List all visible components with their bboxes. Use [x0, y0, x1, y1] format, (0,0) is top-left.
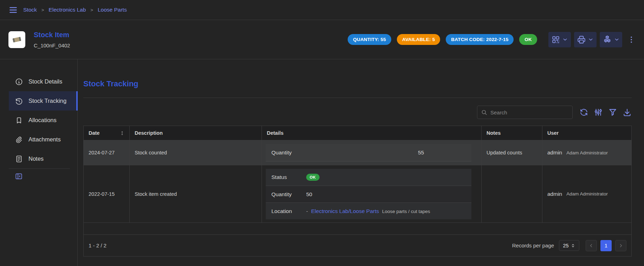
breadcrumb-link-loose-parts[interactable]: Loose Parts [98, 7, 127, 13]
printer-icon [577, 35, 586, 44]
paperclip-icon [15, 135, 23, 144]
chevron-down-icon [562, 36, 568, 42]
detail-value: 55 [418, 149, 424, 156]
bookmark-icon [15, 116, 23, 125]
sidebar-item-label: Stock Details [28, 78, 62, 85]
menu-icon[interactable] [8, 5, 18, 15]
qrcode-icon [551, 35, 560, 44]
batch-code-badge: BATCH CODE: 2022-7-15 [446, 34, 514, 45]
sidebar-item-label: Stock Tracking [28, 98, 66, 104]
page-header: Stock Item C_100nF_0402 QUANTITY: 55 AVA… [0, 20, 644, 59]
user-fullname: Adam Administrator [566, 150, 608, 155]
stock-item-thumbnail[interactable] [8, 31, 25, 48]
chevron-right-icon [618, 243, 624, 248]
sidebar-collapse-icon[interactable] [15, 172, 23, 180]
detail-label: Quantity [266, 149, 292, 156]
records-per-page-label: Records per page [512, 242, 554, 248]
download-icon[interactable] [623, 108, 632, 117]
page-title: Stock Item [34, 31, 70, 39]
pagination: 1 [586, 240, 626, 251]
date-cell: 2022-07-15 [84, 165, 130, 222]
notes-cell [482, 165, 542, 222]
breadcrumb-link-electronics-lab[interactable]: Electronics Lab [49, 7, 86, 13]
breadcrumb-separator: > [41, 7, 44, 13]
header-right: QUANTITY: 55 AVAILABLE: 5 BATCH CODE: 20… [348, 32, 636, 47]
detail-location-row: Location - Electronics Lab/Loose Parts L… [266, 202, 471, 219]
info-circle-icon [15, 78, 23, 86]
sidebar-item-notes[interactable]: Notes [9, 149, 77, 168]
status-ok-pill: OK [306, 174, 320, 181]
previous-page-button[interactable] [586, 240, 597, 251]
date-cell: 2024-07-27 [84, 140, 130, 165]
detail-value: 50 [306, 191, 471, 198]
column-header-details: Details [262, 126, 482, 140]
details-subtable: Status OK Quantity 50 Location - Electro… [266, 169, 471, 219]
detail-label: Status [266, 174, 306, 180]
table-row[interactable]: 2022-07-15 Stock item created Status OK … [84, 165, 631, 223]
panel-heading: Stock Tracking [83, 79, 644, 88]
detail-quantity-row: Quantity 55 [266, 144, 471, 161]
breadcrumb: Stock > Electronics Lab > Loose Parts [23, 7, 127, 13]
table-row[interactable]: 2024-07-27 Stock counted Quantity 55 Upd… [84, 140, 631, 165]
column-header-notes: Notes [482, 126, 542, 140]
location-link[interactable]: Electronics Lab/Loose Parts [311, 208, 379, 214]
location-dash: - [306, 208, 308, 214]
sidebar-item-label: Allocations [28, 117, 57, 124]
history-icon [15, 97, 23, 105]
column-header-user: User [542, 126, 631, 140]
detail-quantity-row: Quantity 50 [266, 186, 471, 202]
sidebar-item-label: Attachments [28, 136, 61, 143]
search-input[interactable] [490, 109, 561, 115]
table-toolbar [83, 106, 632, 119]
chevron-down-icon [588, 36, 594, 42]
user-cell: admin Adam Administrator [542, 140, 631, 165]
table-footer: 1 - 2 / 2 Records per page 25 1 [84, 234, 631, 256]
available-badge: AVAILABLE: 5 [397, 34, 440, 45]
detail-label: Location [266, 208, 306, 214]
print-actions-button[interactable] [574, 32, 597, 47]
sidebar-item-attachments[interactable]: Attachments [9, 130, 77, 149]
sidebar-item-stock-tracking[interactable]: Stock Tracking [9, 91, 77, 111]
chevron-left-icon [588, 243, 594, 248]
details-cell: Status OK Quantity 50 Location - Electro… [262, 165, 482, 222]
capacitor-image [11, 33, 23, 46]
table-header-row: Date Description Details Notes User [84, 126, 631, 140]
status-ok-badge: OK [519, 34, 537, 45]
more-options-icon[interactable] [627, 35, 636, 44]
stock-tracking-table: Date Description Details Notes User 2024… [83, 126, 632, 257]
column-header-date[interactable]: Date [84, 126, 130, 140]
column-header-description: Description [130, 126, 262, 140]
notes-cell: Updated counts [482, 140, 542, 165]
column-settings-icon[interactable] [594, 108, 603, 117]
search-icon [481, 109, 488, 116]
chevron-down-icon [614, 36, 620, 42]
stock-item-name: C_100nF_0402 [34, 42, 70, 48]
barcode-actions-button[interactable] [548, 32, 571, 47]
next-page-button[interactable] [615, 240, 626, 251]
username: admin [547, 191, 562, 197]
refresh-icon[interactable] [579, 108, 588, 117]
filter-icon[interactable] [608, 108, 617, 117]
username: admin [547, 149, 562, 156]
breadcrumb-link-stock[interactable]: Stock [23, 7, 37, 13]
page-size-select[interactable]: 25 [559, 240, 579, 251]
description-cell: Stock item created [130, 165, 262, 222]
table-spacer [84, 223, 631, 234]
sort-icon[interactable] [119, 130, 125, 136]
notes-icon [15, 155, 23, 163]
top-navigation-bar: Stock > Electronics Lab > Loose Parts [0, 0, 644, 20]
status-badges: QUANTITY: 55 AVAILABLE: 5 BATCH CODE: 20… [348, 34, 537, 45]
heading-divider [83, 98, 632, 98]
footer-right: Records per page 25 1 [512, 240, 626, 251]
stock-actions-button[interactable] [600, 32, 622, 47]
selector-icon [571, 243, 575, 248]
details-cell: Quantity 55 [262, 140, 482, 165]
title-block: Stock Item C_100nF_0402 [34, 31, 70, 48]
page-1-button[interactable]: 1 [600, 240, 612, 251]
content-area: Stock Details Stock Tracking Allocations… [0, 59, 644, 266]
sidebar-item-stock-details[interactable]: Stock Details [9, 72, 77, 91]
detail-status-row: Status OK [266, 169, 471, 186]
detail-label: Quantity [266, 191, 306, 198]
sidebar-item-allocations[interactable]: Allocations [9, 111, 77, 130]
user-cell: admin Adam Administrator [542, 165, 631, 222]
